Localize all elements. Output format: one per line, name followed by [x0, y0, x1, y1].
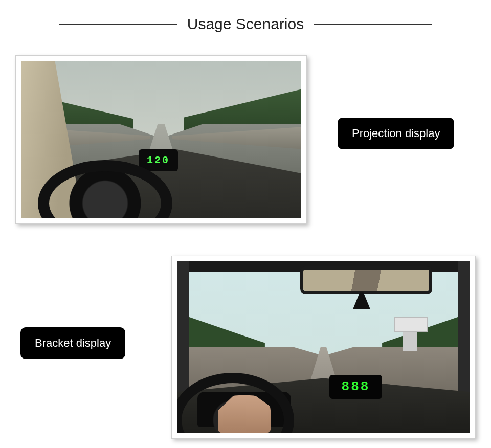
scenario-photo-bracket: 888	[171, 256, 476, 439]
page-title: Usage Scenarios	[187, 15, 304, 33]
car-interior-photo: 120	[21, 61, 301, 218]
caption-bracket: Bracket display	[20, 327, 125, 359]
scenario-photo-projection: 120	[15, 55, 307, 224]
page-header: Usage Scenarios	[0, 0, 491, 43]
road-sign-icon	[403, 317, 417, 351]
rearview-mirror-icon	[300, 266, 432, 294]
caption-projection: Projection display	[338, 118, 454, 149]
hud-readout: 888	[329, 375, 382, 399]
divider-right	[314, 24, 432, 25]
divider-left	[59, 24, 177, 25]
car-interior-photo: 888	[177, 261, 470, 433]
